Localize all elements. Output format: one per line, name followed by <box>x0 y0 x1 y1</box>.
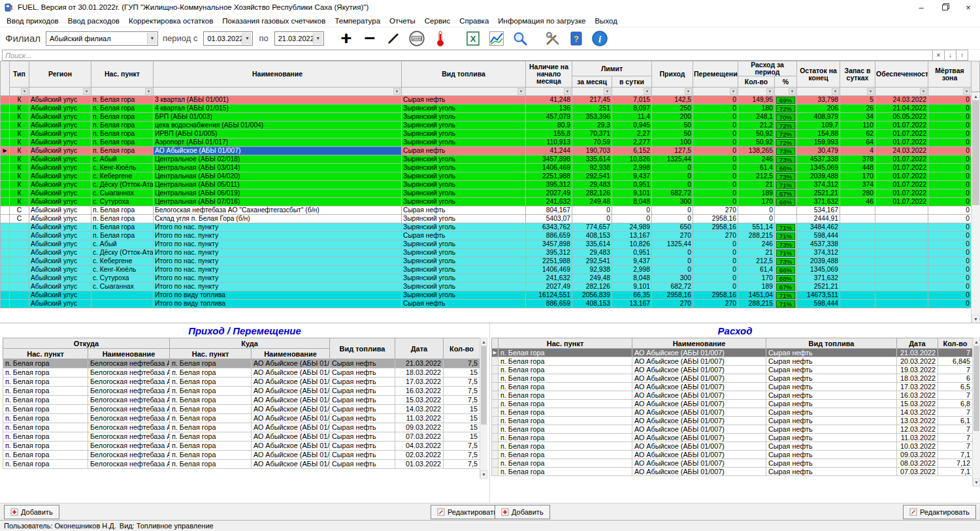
income-row[interactable]: п. Белая гораБелогоская нефтебаза АО "Са… <box>3 442 480 451</box>
menu-item-6[interactable]: Сервис <box>420 16 455 26</box>
income-add-button[interactable]: Добавить <box>4 505 59 519</box>
filter-start[interactable]: ▼ <box>526 88 572 96</box>
income-col-from[interactable]: Откуда <box>3 338 170 349</box>
fuel-table-row[interactable]: КАбыйский улусс. СыаганнахЦентральная (А… <box>1 189 972 198</box>
income-col-to-name[interactable]: Наименование <box>252 349 330 359</box>
fuel-table-row[interactable]: Абыйский улусс. АбыйИтого по нас. пункту… <box>1 240 972 249</box>
expense-row[interactable]: п. Белая гораАО Абыйское (АБЫ 01/007)Сыр… <box>492 408 973 417</box>
menu-item-5[interactable]: Отчеты <box>385 16 420 26</box>
income-row[interactable]: п. Белая гораБелогоская нефтебаза АО "Са… <box>3 378 480 387</box>
income-row[interactable]: п. Белая гораБелогоская нефтебаза АО "Са… <box>3 387 480 396</box>
expense-row[interactable]: п. Белая гораАО Абыйское (АБЫ 01/007)Сыр… <box>492 383 973 391</box>
fuel-table-row[interactable]: КАбыйский улусп. Белая гораИРВП (АБЫ 01/… <box>1 130 972 138</box>
scrollbar-thumb[interactable] <box>972 101 979 205</box>
income-col-date[interactable]: Дата <box>395 338 444 359</box>
col-header-expense-group[interactable]: Расход за период <box>738 61 797 76</box>
filter-settlement[interactable]: ▼ <box>91 88 154 96</box>
close-button[interactable]: × <box>956 0 980 14</box>
expense-row[interactable]: п. Белая гораАО Абыйское (АБЫ 01/007)Сыр… <box>492 391 973 400</box>
col-header-tip[interactable]: Тип <box>10 61 29 88</box>
filter-name[interactable]: ▼ <box>154 88 402 96</box>
expense-row[interactable]: п. Белая гораАО Абыйское (АБЫ 01/007)Сыр… <box>492 400 973 408</box>
filter-expense-qty[interactable]: ▼ <box>738 88 775 96</box>
period-to-select[interactable]: 21.03.2022 ▼ <box>274 31 324 46</box>
fuel-table-row[interactable]: САбыйский улусп. Белая гораСклад угля п.… <box>1 215 972 223</box>
thermometer-button[interactable] <box>430 29 451 48</box>
income-scrollbar[interactable]: ▲ ▼ <box>480 338 487 479</box>
expense-row[interactable]: п. Белая гораАО Абыйское (АБЫ 01/007)Сыр… <box>492 357 973 366</box>
income-row[interactable]: п. Белая гораБелогоская нефтебаза АО "Са… <box>3 432 480 442</box>
col-header-limit-group[interactable]: Лимит <box>572 61 652 76</box>
filter-fuel[interactable]: ▼ <box>402 88 526 96</box>
filter-transfer[interactable]: ▼ <box>693 88 738 96</box>
chart-button[interactable] <box>486 29 507 48</box>
search-input[interactable] <box>2 50 933 61</box>
income-row[interactable]: п. Белая гораБелогоская нефтебаза АО "Са… <box>3 423 480 432</box>
col-header-transfer[interactable]: Перемещение <box>693 61 738 88</box>
expense-edit-button[interactable]: Редактировать <box>903 505 976 519</box>
expense-row[interactable]: п. Белая гораАО Абыйское (АБЫ 01/007)Сыр… <box>492 374 973 383</box>
scroll-up-icon[interactable]: ▲ <box>480 338 487 346</box>
income-col-from-settlement[interactable]: Нас. пункт <box>3 349 88 359</box>
minimize-button[interactable]: – <box>909 0 933 14</box>
col-header-stock-days[interactable]: Запас в сутках <box>840 61 875 88</box>
expense-col-name[interactable]: Наименование <box>632 338 766 349</box>
filter-limit-month[interactable]: ▼ <box>572 88 612 96</box>
filter-region[interactable]: ▼ <box>29 88 91 96</box>
income-edit-button[interactable]: Редактировать <box>431 505 504 519</box>
filter-limit-day[interactable]: ▼ <box>612 88 652 96</box>
fuel-table-row[interactable]: КАбыйский улусп. Белая горацеха водоснаб… <box>1 121 972 130</box>
income-row[interactable]: п. Белая гораБелогоская нефтебаза АО "Са… <box>3 405 480 414</box>
income-col-to[interactable]: Куда <box>170 338 330 349</box>
menu-item-4[interactable]: Температура <box>330 16 385 26</box>
fuel-table-row[interactable]: Абыйский улусс. Кенг-КюёльИтого по нас. … <box>1 266 972 274</box>
tools-button[interactable] <box>542 29 563 48</box>
fuel-table-row[interactable]: Абыйский улусп. Белая гораИтого по нас. … <box>1 232 972 240</box>
income-col-fuel[interactable]: Вид топлива <box>330 338 395 359</box>
fuel-table-row[interactable]: КАбыйский улусс. АбыйЦентральное (АБЫ 02… <box>1 155 972 164</box>
scroll-down-icon[interactable]: ▼ <box>972 315 980 323</box>
scroll-down-icon[interactable]: ▼ <box>973 478 980 487</box>
income-row[interactable]: п. Белая гораБелогоская нефтебаза АО "Са… <box>3 396 480 405</box>
scroll-up-icon[interactable]: ▲ <box>972 92 980 101</box>
gas-meter-button[interactable]: 10000 <box>406 29 427 48</box>
menu-item-8[interactable]: Информация по загрузке <box>493 16 590 26</box>
maximize-button[interactable] <box>933 0 956 14</box>
menu-item-2[interactable]: Корректировка остатков <box>124 16 218 26</box>
period-from-select[interactable]: 01.03.2022 ▼ <box>203 31 253 46</box>
delete-record-button[interactable]: − <box>359 29 380 48</box>
income-col-to-settlement[interactable]: Нас. пункт <box>170 349 252 359</box>
clear-search-button[interactable]: × <box>933 50 945 61</box>
fuel-table-row[interactable]: Абыйский улусс. КебергенеИтого по нас. п… <box>1 257 972 266</box>
search-tool-button[interactable] <box>510 29 531 48</box>
fuel-table-row[interactable]: Абыйский улусс. СыаганнахИтого по нас. п… <box>1 283 972 291</box>
income-row[interactable]: п. Белая гораБелогоская нефтебаза АО "Са… <box>3 359 480 368</box>
col-header-end[interactable]: Остаток на конец <box>797 61 840 88</box>
expense-row[interactable]: п. Белая гораАО Абыйское (АБЫ 01/007)Сыр… <box>492 468 973 476</box>
expense-col-qty[interactable]: Кол-во <box>938 338 973 349</box>
add-record-button[interactable]: + <box>336 29 357 48</box>
fuel-table-row[interactable]: Абыйский улусс. Дёску (Отток-Атах)Итого … <box>1 249 972 257</box>
income-row[interactable]: п. Белая гораБелогоская нефтебаза АО "Са… <box>3 460 480 469</box>
expense-col-settlement[interactable]: Нас. пункт <box>498 338 632 349</box>
scroll-up-icon[interactable]: ▲ <box>973 338 980 346</box>
expense-row[interactable]: п. Белая гораАО Абыйское (АБЫ 01/007)Сыр… <box>492 451 973 459</box>
edit-record-button[interactable] <box>383 29 404 48</box>
income-col-from-name[interactable]: Наименование <box>88 349 170 359</box>
scrollbar-thumb[interactable] <box>481 346 487 425</box>
expense-row[interactable]: п. Белая гораАО Абыйское (АБЫ 01/007)Сыр… <box>492 425 973 434</box>
expense-row[interactable]: п. Белая гораАО Абыйское (АБЫ 01/007)Сыр… <box>492 366 973 374</box>
filter-tip[interactable]: ▼ <box>10 88 29 96</box>
income-col-qty[interactable]: Кол-во <box>444 338 480 359</box>
expense-row[interactable]: п. Белая гораАО Абыйское (АБЫ 01/007)Сыр… <box>492 442 973 451</box>
filter-end[interactable]: ▼ <box>797 88 840 96</box>
fuel-table-row[interactable]: КАбыйский улусп. Белая гораБРП (АБЫ 01/0… <box>1 113 972 121</box>
find-previous-button[interactable]: ↑ <box>956 50 968 61</box>
menu-item-3[interactable]: Показания газовых счетчиков <box>218 16 330 26</box>
fuel-table-row[interactable]: ▶КАбыйский улусп. Белая гораАО Абыйское … <box>1 147 972 155</box>
fuel-table-row[interactable]: Абыйский улусИтого по виду топливаЗырянс… <box>1 291 972 300</box>
income-row[interactable]: п. Белая гораБелогоская нефтебаза АО "Са… <box>3 451 480 460</box>
expense-row[interactable]: п. Белая гораАО Абыйское (АБЫ 01/007)Сыр… <box>492 434 973 442</box>
col-header-provision[interactable]: Обеспеченность <box>875 61 928 88</box>
expense-col-fuel[interactable]: Вид топлива <box>766 338 897 349</box>
